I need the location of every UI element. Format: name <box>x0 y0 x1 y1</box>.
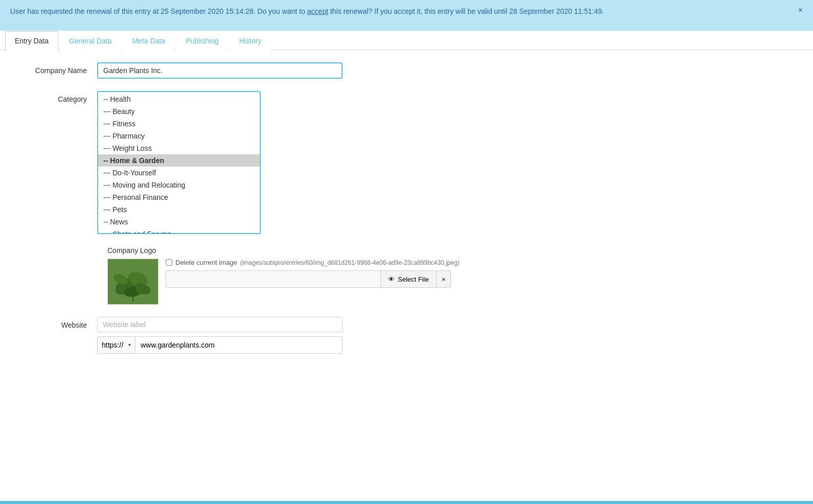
clear-file-button[interactable]: × <box>437 270 451 288</box>
notification-text: User has requested the renewal of this e… <box>10 6 604 17</box>
website-control: https:// http:// ftp:// <box>97 317 343 354</box>
company-name-row: Company Name <box>15 62 798 79</box>
category-label: Category <box>15 91 97 103</box>
company-logo-section: Company Logo <box>15 246 798 305</box>
accept-link[interactable]: accept <box>307 7 328 15</box>
logo-controls: Delete current image (images/sobipro/ent… <box>166 259 460 288</box>
notification-message-post: this renewal? If you accept it, this ent… <box>328 7 604 15</box>
delete-image-row: Delete current image (images/sobipro/ent… <box>166 259 460 266</box>
company-name-label: Company Name <box>15 62 97 75</box>
category-option-pets[interactable]: --- Pets <box>98 203 260 216</box>
logo-image <box>108 259 158 304</box>
website-url-row: https:// http:// ftp:// <box>97 336 343 354</box>
category-option-home-garden[interactable]: -- Home & Garden <box>98 154 260 167</box>
category-option-news[interactable]: -- News <box>98 216 260 228</box>
website-row: Website https:// http:// ftp:// <box>15 317 798 354</box>
website-label: Website <box>15 317 97 329</box>
main-content: Company Name Category -- Health --- Beau… <box>0 50 813 378</box>
file-input-row: 👁 Select File × <box>166 270 460 288</box>
logo-preview <box>107 259 159 305</box>
protocol-select[interactable]: https:// http:// ftp:// <box>97 336 135 354</box>
category-option-diy[interactable]: --- Do-It-Yourself <box>98 167 260 179</box>
category-option-personal-finance[interactable]: --- Personal Finance <box>98 191 260 203</box>
notification-message-pre: User has requested the renewal of this e… <box>10 7 307 15</box>
logo-row: Delete current image (images/sobipro/ent… <box>107 259 798 305</box>
category-option-beauty[interactable]: --- Beauty <box>98 105 260 118</box>
category-option-weight-loss[interactable]: --- Weight Loss <box>98 142 260 154</box>
tab-meta-data[interactable]: Meta Data <box>122 31 175 50</box>
category-option-fitness[interactable]: --- Fitness <box>98 118 260 130</box>
category-listbox[interactable]: -- Health --- Beauty --- Fitness --- Pha… <box>97 91 261 234</box>
company-name-control <box>97 62 343 79</box>
notification-banner: User has requested the renewal of this e… <box>0 0 813 31</box>
select-file-button[interactable]: 👁 Select File <box>380 270 437 288</box>
delete-image-label: Delete current image <box>175 259 237 266</box>
website-label-input[interactable] <box>97 317 343 332</box>
category-control: -- Health --- Beauty --- Fitness --- Pha… <box>97 91 343 234</box>
file-input-text[interactable] <box>166 270 380 288</box>
tab-publishing[interactable]: Publishing <box>176 31 229 50</box>
category-option-pharmacy[interactable]: --- Pharmacy <box>98 130 260 142</box>
image-path: (images/sobipro/entries/60/img_d681d261-… <box>240 259 460 266</box>
category-option-health[interactable]: -- Health <box>98 93 260 105</box>
category-row: Category -- Health --- Beauty --- Fitnes… <box>15 91 798 234</box>
eye-icon: 👁 <box>388 276 395 283</box>
tabs-container: Entry Data General Data Meta Data Publis… <box>0 31 813 50</box>
delete-image-checkbox[interactable] <box>166 259 172 266</box>
notification-close-button[interactable]: × <box>790 6 803 14</box>
company-logo-label: Company Logo <box>107 246 798 255</box>
tab-general-data[interactable]: General Data <box>59 31 121 50</box>
tab-history[interactable]: History <box>230 31 272 50</box>
tab-entry-data[interactable]: Entry Data <box>5 31 58 50</box>
website-url-input[interactable] <box>135 336 343 354</box>
category-option-chats[interactable]: --- Chats and Forums <box>98 228 260 234</box>
company-name-input[interactable] <box>97 62 343 79</box>
category-option-moving[interactable]: --- Moving and Relocating <box>98 179 260 191</box>
protocol-wrapper: https:// http:// ftp:// <box>97 336 135 354</box>
